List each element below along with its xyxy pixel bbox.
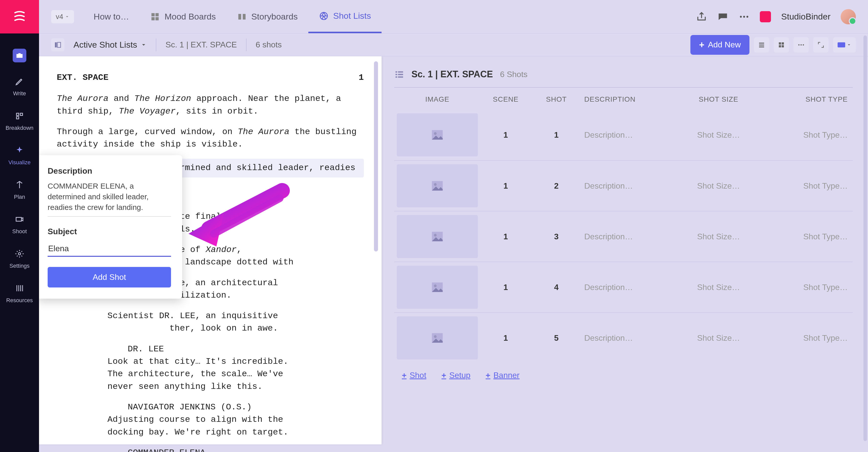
cell-shot-type[interactable]: Shot Type… bbox=[759, 181, 853, 191]
character-cue[interactable]: NAVIGATOR JENKINS (O.S.) bbox=[128, 401, 364, 414]
cell-description[interactable]: Description… bbox=[582, 283, 678, 292]
rail-shoot[interactable]: Shoot bbox=[12, 212, 27, 235]
svg-rect-19 bbox=[759, 47, 764, 48]
image-placeholder[interactable] bbox=[397, 266, 478, 309]
aperture-icon bbox=[319, 11, 329, 21]
subject-input[interactable] bbox=[48, 241, 171, 257]
script-action[interactable]: Scientist DR. LEE, an inquisitive ther, … bbox=[107, 310, 364, 335]
svg-point-33 bbox=[434, 132, 437, 135]
dialogue[interactable]: Look at that city… It's incredible. The … bbox=[107, 355, 364, 393]
chevron-down-icon bbox=[141, 42, 147, 48]
svg-rect-6 bbox=[156, 13, 159, 16]
svg-point-26 bbox=[803, 44, 804, 46]
script-scrollbar[interactable] bbox=[374, 61, 378, 251]
rail-settings-label: Settings bbox=[9, 263, 30, 269]
svg-rect-22 bbox=[779, 45, 781, 48]
divider bbox=[156, 38, 156, 51]
cell-shot-size[interactable]: Shot Size… bbox=[678, 283, 759, 292]
breakdown-icon bbox=[15, 111, 24, 120]
share-icon[interactable] bbox=[696, 11, 707, 22]
more-icon[interactable] bbox=[739, 11, 750, 22]
rail-write[interactable]: Write bbox=[13, 74, 26, 97]
add-new-button[interactable]: + Add New bbox=[690, 35, 749, 55]
color-filter[interactable] bbox=[833, 37, 856, 53]
rail-breakdown[interactable]: Breakdown bbox=[6, 109, 33, 131]
svg-rect-30 bbox=[398, 74, 403, 75]
add-setup-link[interactable]: +Setup bbox=[442, 371, 470, 380]
svg-rect-32 bbox=[398, 76, 403, 78]
table-row[interactable]: 1 1 Description… Shot Size… Shot Type… bbox=[394, 110, 853, 160]
character-cue[interactable]: DR. LEE bbox=[128, 343, 364, 355]
cell-shot-type[interactable]: Shot Type… bbox=[759, 333, 853, 343]
dialogue[interactable]: Adjusting course to align with the docki… bbox=[107, 414, 364, 439]
add-banner-link[interactable]: +Banner bbox=[486, 371, 520, 380]
page-scrollbar[interactable] bbox=[863, 35, 867, 441]
svg-rect-23 bbox=[782, 45, 784, 48]
cell-shot-size[interactable]: Shot Size… bbox=[678, 333, 759, 343]
table-row[interactable]: 1 2 Description… Shot Size… Shot Type… bbox=[394, 160, 853, 211]
svg-point-4 bbox=[19, 253, 21, 255]
script-action[interactable]: Through a large, curved window, on The A… bbox=[57, 126, 364, 151]
rail-briefcase[interactable] bbox=[13, 49, 26, 62]
rail-breakdown-label: Breakdown bbox=[6, 125, 33, 131]
top-tabs-bar: v4 How to… Mood Boards Storyboards Shot … bbox=[39, 0, 868, 33]
svg-rect-20 bbox=[779, 42, 781, 44]
panel-toggle-icon[interactable] bbox=[51, 38, 64, 52]
cell-description[interactable]: Description… bbox=[582, 333, 678, 343]
tab-shotlists[interactable]: Shot Lists bbox=[308, 0, 381, 33]
rail-visualize[interactable]: Visualize bbox=[8, 144, 31, 166]
table-row[interactable]: 1 5 Description… Shot Size… Shot Type… bbox=[394, 312, 853, 363]
rail-plan[interactable]: Plan bbox=[13, 178, 26, 200]
pencil-icon bbox=[15, 77, 24, 86]
brand-logo[interactable] bbox=[0, 0, 39, 33]
rail-resources[interactable]: Resources bbox=[6, 281, 33, 304]
cell-shot: 3 bbox=[531, 232, 582, 241]
table-row[interactable]: 1 4 Description… Shot Size… Shot Type… bbox=[394, 262, 853, 312]
svg-rect-9 bbox=[238, 14, 241, 19]
tab-moodboards[interactable]: Mood Boards bbox=[140, 0, 226, 33]
col-shot-type: SHOT TYPE bbox=[759, 95, 853, 103]
rail-settings[interactable]: Settings bbox=[9, 247, 30, 269]
table-row[interactable]: 1 3 Description… Shot Size… Shot Type… bbox=[394, 211, 853, 262]
popover-description-heading: Description bbox=[48, 166, 171, 176]
user-avatar[interactable] bbox=[841, 9, 856, 24]
page-number: 1 bbox=[359, 71, 364, 84]
cell-description[interactable]: Description… bbox=[582, 232, 678, 241]
cell-shot-size[interactable]: Shot Size… bbox=[678, 232, 759, 241]
tab-howto[interactable]: How to… bbox=[83, 0, 140, 33]
view-list-icon[interactable] bbox=[754, 37, 769, 53]
version-badge[interactable]: v4 bbox=[51, 10, 74, 23]
more-tools-icon[interactable] bbox=[794, 37, 809, 53]
rail-plan-label: Plan bbox=[14, 194, 25, 200]
cell-shot-size[interactable]: Shot Size… bbox=[678, 130, 759, 140]
script-action[interactable]: The Aurora and The Horizon approach. Nea… bbox=[57, 93, 364, 118]
add-shot-link[interactable]: +Shot bbox=[402, 371, 426, 380]
col-description: DESCRIPTION bbox=[582, 95, 678, 103]
view-grid-icon[interactable] bbox=[774, 37, 789, 53]
tab-storyboards[interactable]: Storyboards bbox=[226, 0, 308, 33]
character-cue[interactable]: COMMANDER ELENA bbox=[128, 447, 364, 452]
image-placeholder[interactable] bbox=[397, 215, 478, 258]
version-badge-label: v4 bbox=[56, 13, 63, 21]
table-header: IMAGE SCENE SHOT DESCRIPTION SHOT SIZE S… bbox=[394, 88, 853, 110]
image-placeholder[interactable] bbox=[397, 113, 478, 156]
chat-icon[interactable] bbox=[717, 11, 728, 22]
cell-description[interactable]: Description… bbox=[582, 181, 678, 191]
sparkle-icon bbox=[15, 146, 24, 155]
image-placeholder[interactable] bbox=[397, 164, 478, 207]
cell-shot-size[interactable]: Shot Size… bbox=[678, 181, 759, 191]
svg-point-37 bbox=[434, 335, 437, 338]
cell-shot-type[interactable]: Shot Type… bbox=[759, 130, 853, 140]
camera-icon bbox=[15, 215, 24, 224]
cell-shot-type[interactable]: Shot Type… bbox=[759, 232, 853, 241]
cell-description[interactable]: Description… bbox=[582, 130, 678, 140]
library-icon bbox=[15, 284, 24, 293]
active-shot-lists-select[interactable]: Active Shot Lists bbox=[73, 40, 147, 50]
active-shot-lists-label: Active Shot Lists bbox=[73, 40, 137, 50]
expand-icon[interactable] bbox=[813, 37, 829, 53]
cell-shot-type[interactable]: Shot Type… bbox=[759, 283, 853, 292]
image-placeholder[interactable] bbox=[397, 317, 478, 359]
add-shot-button[interactable]: Add Shot bbox=[48, 267, 171, 288]
cell-scene: 1 bbox=[480, 232, 531, 241]
cell-scene: 1 bbox=[480, 283, 531, 292]
